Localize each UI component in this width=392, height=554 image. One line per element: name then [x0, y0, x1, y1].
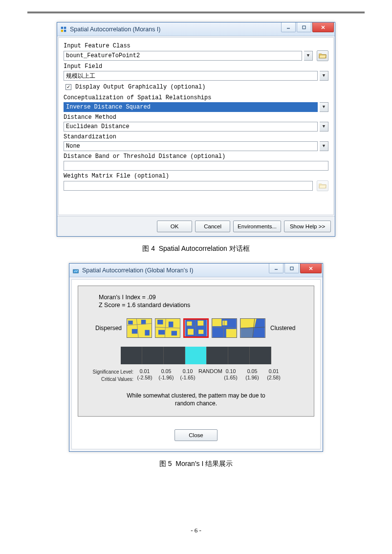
distance-method-dropdown[interactable]: ▼ — [320, 122, 328, 132]
svg-rect-3 — [64, 29, 66, 31]
label-distance-method: Distance Method — [64, 114, 328, 121]
label-display-output: Display Output Graphically (optional) — [75, 84, 205, 90]
pattern-tile-2-highlighted — [183, 318, 209, 338]
significance-row-headers: Significance Level: Critical Values: — [85, 368, 134, 383]
page-number: - 6 - — [0, 527, 392, 534]
figure-1: Spatial Autocorrelation (Morans I) Input… — [27, 22, 365, 237]
sig-col-center: RANDOM — [198, 368, 220, 375]
conceptualization-field[interactable]: Inverse Distance Squared — [64, 102, 318, 112]
svg-rect-31 — [198, 330, 203, 334]
svg-rect-5 — [303, 26, 305, 29]
sig-level-label: Significance Level: — [93, 369, 133, 375]
label-distance-band: Distance Band or Threshold Distance (opt… — [64, 153, 328, 160]
label-standardization: Standardization — [64, 133, 328, 140]
titlebar-2[interactable]: Spatial Autocorrelation (Global Moran's … — [69, 264, 323, 277]
sig-col-0: 0.01(-2.58) — [134, 368, 155, 381]
maximize-button[interactable] — [297, 22, 311, 32]
sig-cell-1 — [142, 347, 164, 364]
svg-rect-24 — [172, 331, 177, 336]
dispersed-label: Dispersed — [92, 325, 122, 332]
input-feature-class-value: bount_FeatureToPoint2 — [66, 52, 140, 59]
pattern-tile-1 — [155, 318, 180, 338]
label-weights-matrix: Weights Matrix File (optional) — [64, 173, 328, 179]
cancel-button[interactable]: Cancel — [195, 221, 230, 232]
svg-rect-29 — [197, 321, 203, 326]
significance-labels: Significance Level: Critical Values: 0.0… — [85, 368, 307, 383]
caption-1-text: Spatial Autocorrelation 对话框 — [159, 244, 250, 252]
clustered-label: Clustered — [270, 325, 300, 332]
dialog-body: Input Feature Class bount_FeatureToPoint… — [58, 37, 334, 215]
close-button[interactable] — [312, 22, 334, 32]
figure-2-caption: 图 5 Moran's I 结果展示 — [27, 460, 365, 468]
svg-rect-30 — [188, 329, 194, 335]
close-button-2[interactable] — [300, 264, 322, 273]
close-result-button[interactable]: Close — [174, 429, 218, 441]
result-body: Moran's I Index = .09 Z Score = 1.6 stan… — [71, 279, 321, 449]
standardization-value: None — [66, 143, 80, 150]
caption-2-prefix: 图 5 — [159, 460, 172, 467]
dialog-spatial-autocorrelation: Spatial Autocorrelation (Morans I) Input… — [57, 22, 335, 237]
input-field-field[interactable]: 规模以上工 — [64, 71, 318, 81]
titlebar[interactable]: Spatial Autocorrelation (Morans I) — [57, 22, 335, 36]
sig-col-6: 0.01(2.58) — [263, 368, 284, 381]
sig-cell-4 — [207, 347, 228, 364]
input-feature-class-dropdown[interactable]: ▼ — [304, 51, 313, 61]
standardization-dropdown[interactable]: ▼ — [320, 141, 328, 151]
standardization-field[interactable]: None — [64, 141, 318, 151]
app-icon — [60, 26, 67, 33]
ok-button[interactable]: OK — [157, 221, 192, 232]
pattern-tile-4 — [240, 318, 265, 338]
weights-matrix-field[interactable] — [64, 181, 313, 191]
header-rule — [27, 12, 365, 13]
input-feature-class-field[interactable]: bount_FeatureToPoint2 — [64, 51, 302, 61]
sig-col-1: 0.05(-1.96) — [155, 368, 177, 381]
window-title-2: Spatial Autocorrelation (Global Moran's … — [82, 267, 194, 274]
maximize-button-2[interactable] — [284, 264, 299, 273]
window-buttons — [281, 22, 335, 36]
distance-band-field[interactable] — [64, 161, 328, 171]
sig-cell-5 — [228, 347, 250, 364]
svg-rect-36 — [226, 329, 237, 337]
page-content: Spatial Autocorrelation (Morans I) Input… — [0, 22, 392, 468]
significance-bar — [85, 347, 307, 364]
close-row: Close — [72, 422, 320, 449]
minimize-button[interactable] — [281, 22, 296, 32]
svg-rect-37 — [222, 321, 227, 326]
sig-cell-0 — [121, 347, 142, 364]
crit-values-label: Critical Values: — [101, 377, 133, 382]
conceptualization-dropdown[interactable]: ▼ — [320, 102, 328, 112]
window-buttons-2 — [269, 264, 323, 277]
svg-rect-0 — [61, 26, 63, 28]
distance-method-value: Euclidean Distance — [66, 123, 130, 130]
app-icon-2 — [72, 267, 79, 274]
svg-rect-23 — [158, 330, 165, 335]
svg-rect-22 — [169, 322, 174, 327]
sig-col-5: 0.05(1.96) — [241, 368, 263, 381]
dialog-global-morans-i: Spatial Autocorrelation (Global Moran's … — [69, 263, 323, 452]
svg-rect-35 — [212, 319, 221, 326]
input-feature-class-browse[interactable] — [317, 50, 328, 61]
weights-matrix-browse[interactable] — [317, 180, 328, 191]
sig-cell-center — [185, 347, 207, 364]
sig-cell-2 — [164, 347, 185, 364]
caption-1-prefix: 图 4 — [142, 244, 155, 252]
environments-button[interactable]: Environments... — [233, 221, 281, 232]
input-field-value: 规模以上工 — [66, 72, 95, 80]
sig-col-2: 0.10(-1.65) — [177, 368, 198, 381]
svg-rect-1 — [64, 26, 66, 28]
svg-rect-15 — [141, 320, 146, 325]
z-score: Z Score = 1.6 standard deviations — [99, 302, 307, 309]
figure-2: Spatial Autocorrelation (Global Moran's … — [27, 263, 365, 452]
input-field-dropdown[interactable]: ▼ — [320, 71, 328, 81]
label-input-field: Input Field — [64, 63, 328, 70]
minimize-button-2[interactable] — [269, 264, 283, 273]
show-help-button[interactable]: Show Help >> — [284, 221, 331, 232]
label-input-feature-class: Input Feature Class — [64, 43, 328, 49]
window-title: Spatial Autocorrelation (Morans I) — [70, 26, 161, 33]
figure-1-caption: 图 4 Spatial Autocorrelation 对话框 — [27, 244, 365, 253]
display-output-checkbox[interactable] — [65, 84, 71, 90]
conceptualization-value: Inverse Distance Squared — [66, 104, 151, 111]
svg-rect-2 — [61, 29, 63, 31]
distance-method-field[interactable]: Euclidean Distance — [64, 122, 318, 132]
sig-col-4: 0.10(1.65) — [220, 368, 241, 381]
